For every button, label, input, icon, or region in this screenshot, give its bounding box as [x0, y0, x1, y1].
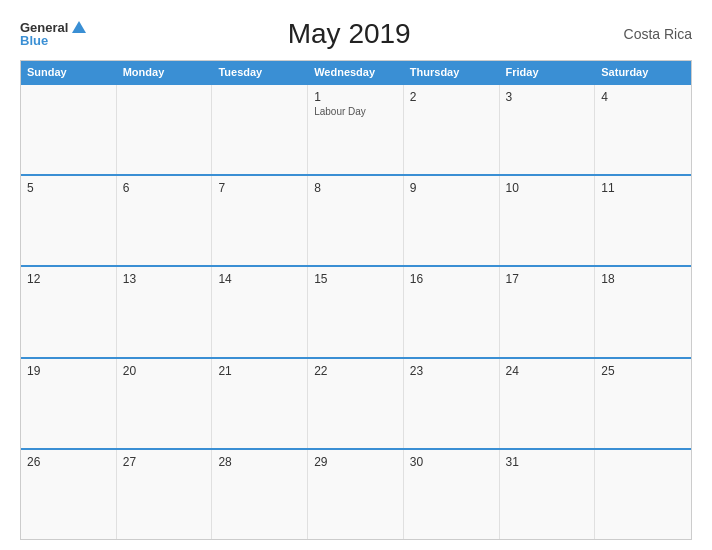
holiday-label: Labour Day: [314, 106, 397, 117]
day-number: 13: [123, 272, 206, 286]
calendar: Sunday Monday Tuesday Wednesday Thursday…: [20, 60, 692, 540]
day-number: 6: [123, 181, 206, 195]
calendar-cell-w2-d6: 10: [500, 176, 596, 265]
day-number: 21: [218, 364, 301, 378]
col-wednesday: Wednesday: [308, 61, 404, 83]
calendar-title: May 2019: [86, 18, 612, 50]
day-number: 22: [314, 364, 397, 378]
calendar-cell-w4-d3: 21: [212, 359, 308, 448]
day-number: 12: [27, 272, 110, 286]
day-number: 11: [601, 181, 685, 195]
day-number: 1: [314, 90, 397, 104]
day-number: 3: [506, 90, 589, 104]
calendar-cell-w1-d6: 3: [500, 85, 596, 174]
calendar-cell-w1-d7: 4: [595, 85, 691, 174]
day-number: 5: [27, 181, 110, 195]
day-number: 28: [218, 455, 301, 469]
calendar-cell-w1-d3: [212, 85, 308, 174]
day-number: 14: [218, 272, 301, 286]
calendar-cell-w2-d2: 6: [117, 176, 213, 265]
day-number: 30: [410, 455, 493, 469]
calendar-cell-w3-d6: 17: [500, 267, 596, 356]
col-tuesday: Tuesday: [212, 61, 308, 83]
calendar-cell-w1-d4: 1Labour Day: [308, 85, 404, 174]
calendar-cell-w3-d1: 12: [21, 267, 117, 356]
calendar-cell-w5-d3: 28: [212, 450, 308, 539]
logo: General Blue: [20, 21, 86, 47]
day-number: 26: [27, 455, 110, 469]
logo-blue-text: Blue: [20, 34, 48, 47]
calendar-week-5: 262728293031: [21, 448, 691, 539]
day-number: 4: [601, 90, 685, 104]
day-number: 8: [314, 181, 397, 195]
day-number: 2: [410, 90, 493, 104]
calendar-cell-w5-d7: [595, 450, 691, 539]
calendar-header-row: Sunday Monday Tuesday Wednesday Thursday…: [21, 61, 691, 83]
calendar-cell-w5-d6: 31: [500, 450, 596, 539]
calendar-body: 1Labour Day23456789101112131415161718192…: [21, 83, 691, 539]
day-number: 31: [506, 455, 589, 469]
day-number: 20: [123, 364, 206, 378]
day-number: 19: [27, 364, 110, 378]
calendar-cell-w3-d2: 13: [117, 267, 213, 356]
calendar-week-4: 19202122232425: [21, 357, 691, 448]
calendar-cell-w1-d1: [21, 85, 117, 174]
calendar-week-3: 12131415161718: [21, 265, 691, 356]
day-number: 7: [218, 181, 301, 195]
calendar-week-2: 567891011: [21, 174, 691, 265]
calendar-cell-w3-d5: 16: [404, 267, 500, 356]
calendar-cell-w5-d1: 26: [21, 450, 117, 539]
calendar-cell-w2-d7: 11: [595, 176, 691, 265]
col-sunday: Sunday: [21, 61, 117, 83]
calendar-cell-w4-d7: 25: [595, 359, 691, 448]
calendar-cell-w2-d3: 7: [212, 176, 308, 265]
day-number: 17: [506, 272, 589, 286]
col-friday: Friday: [500, 61, 596, 83]
calendar-cell-w1-d5: 2: [404, 85, 500, 174]
day-number: 16: [410, 272, 493, 286]
calendar-cell-w3-d4: 15: [308, 267, 404, 356]
calendar-cell-w5-d4: 29: [308, 450, 404, 539]
calendar-cell-w4-d1: 19: [21, 359, 117, 448]
calendar-cell-w4-d2: 20: [117, 359, 213, 448]
col-saturday: Saturday: [595, 61, 691, 83]
calendar-cell-w5-d2: 27: [117, 450, 213, 539]
col-monday: Monday: [117, 61, 213, 83]
calendar-cell-w1-d2: [117, 85, 213, 174]
day-number: 27: [123, 455, 206, 469]
day-number: 15: [314, 272, 397, 286]
calendar-week-1: 1Labour Day234: [21, 83, 691, 174]
logo-triangle-icon: [72, 21, 86, 33]
calendar-cell-w2-d4: 8: [308, 176, 404, 265]
calendar-cell-w5-d5: 30: [404, 450, 500, 539]
page: General Blue May 2019 Costa Rica Sunday …: [0, 0, 712, 550]
country-label: Costa Rica: [612, 26, 692, 42]
calendar-cell-w2-d5: 9: [404, 176, 500, 265]
day-number: 24: [506, 364, 589, 378]
calendar-cell-w3-d3: 14: [212, 267, 308, 356]
day-number: 25: [601, 364, 685, 378]
col-thursday: Thursday: [404, 61, 500, 83]
day-number: 29: [314, 455, 397, 469]
page-header: General Blue May 2019 Costa Rica: [20, 18, 692, 50]
day-number: 18: [601, 272, 685, 286]
calendar-cell-w3-d7: 18: [595, 267, 691, 356]
calendar-cell-w4-d6: 24: [500, 359, 596, 448]
calendar-cell-w2-d1: 5: [21, 176, 117, 265]
day-number: 10: [506, 181, 589, 195]
calendar-cell-w4-d4: 22: [308, 359, 404, 448]
calendar-cell-w4-d5: 23: [404, 359, 500, 448]
day-number: 23: [410, 364, 493, 378]
day-number: 9: [410, 181, 493, 195]
